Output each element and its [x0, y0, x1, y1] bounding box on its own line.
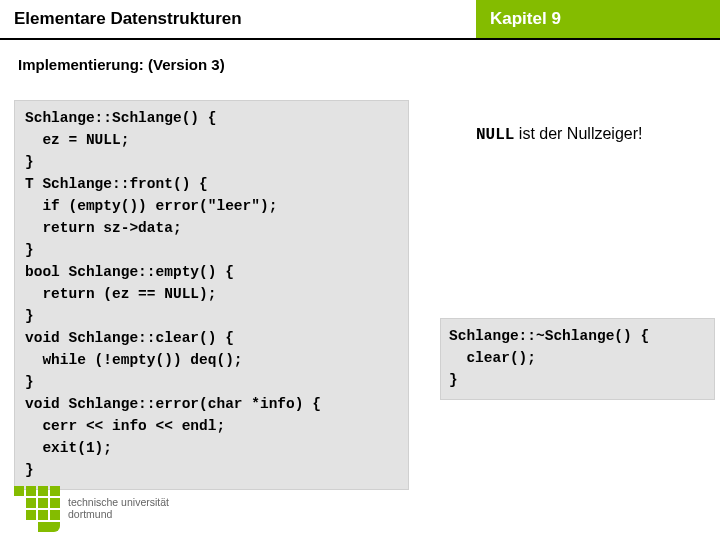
chapter-label: Kapitel 9 — [476, 0, 720, 38]
subtitle: Implementierung: (Version 3) — [0, 40, 720, 73]
uni-line2: dortmund — [68, 508, 169, 520]
header: Elementare Datenstrukturen Kapitel 9 — [0, 0, 720, 38]
note-null: NULL — [476, 126, 514, 144]
note-rest: ist der Nullzeiger! — [514, 125, 642, 142]
university-name: technische universität dortmund — [68, 496, 169, 520]
uni-line1: technische universität — [68, 496, 169, 508]
slide-title: Elementare Datenstrukturen — [0, 0, 476, 38]
tu-icon — [14, 486, 60, 530]
code-block-main: Schlange::Schlange() { ez = NULL; } T Sc… — [14, 100, 409, 490]
university-logo: technische universität dortmund — [14, 486, 169, 530]
code-block-destructor: Schlange::~Schlange() { clear(); } — [440, 318, 715, 400]
note-text: NULL ist der Nullzeiger! — [476, 125, 642, 144]
